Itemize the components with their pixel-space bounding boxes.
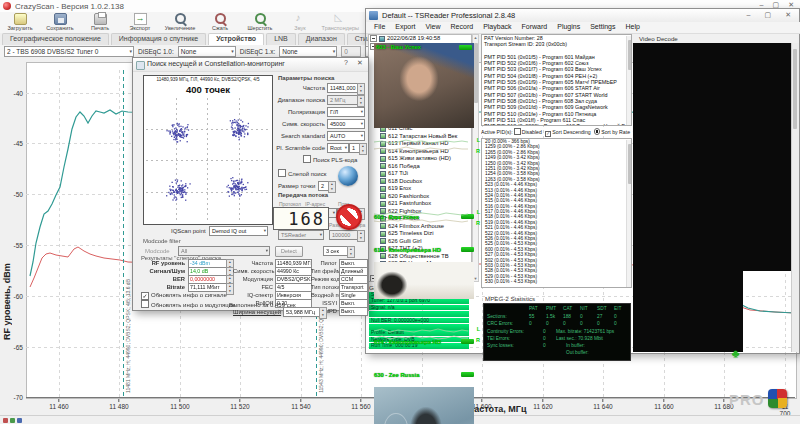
toolbar-button[interactable]: Увеличение: [160, 12, 200, 33]
video-thumbnail-3[interactable]: [374, 387, 474, 424]
detect-interval-field[interactable]: 3 сек: [323, 246, 349, 256]
tab-geographic-position[interactable]: Географическое положение: [2, 33, 109, 45]
general-info-row: Signal: n/a: [369, 305, 469, 311]
x-tick: 11 500: [170, 399, 189, 410]
toolbar-button[interactable]: Печать: [80, 12, 120, 33]
tab-lnb[interactable]: LNB: [266, 33, 296, 45]
toolbar-button[interactable]: Шерстить: [240, 12, 280, 33]
tree-item[interactable]: 2022/06/28 19:40:58: [369, 35, 471, 43]
toolbar-button[interactable]: Экспорт: [120, 12, 160, 33]
menu-item[interactable]: File: [369, 22, 390, 33]
buffer-size-field[interactable]: 100000: [329, 230, 359, 240]
tree-item[interactable]: 616 Победа: [369, 163, 471, 171]
tree-item[interactable]: 621 Fastnfunbox: [369, 200, 471, 208]
close-button[interactable]: ✕: [354, 59, 366, 67]
detect-interval-stepper[interactable]: [347, 246, 355, 258]
service-icon: [380, 253, 386, 259]
tab-range[interactable]: Диапазон: [298, 33, 345, 45]
pid-scrollbar[interactable]: [626, 140, 632, 288]
help-button[interactable]: ?: [340, 59, 352, 66]
pat-info-row[interactable]: PMT PID 512 (0x0200) - Program 612 Татар…: [482, 123, 631, 126]
scramble-code-stepper[interactable]: [359, 143, 367, 155]
menu-item[interactable]: Help: [621, 22, 645, 33]
toolbar-button[interactable]: Транспондеры: [320, 12, 360, 33]
update-signal-info-checkbox[interactable]: Обновлять инфо о сигнале: [141, 292, 227, 300]
pid-sort-option[interactable]: Sort Descending: [545, 129, 591, 135]
frequency-field[interactable]: 11481,000 МГц: [327, 83, 359, 93]
carrier-width-field[interactable]: 53,988 МГц: [283, 307, 321, 317]
detect-button[interactable]: Detect: [275, 246, 303, 257]
pat-scrollbar[interactable]: [626, 36, 632, 126]
diseqc1x-select[interactable]: None: [279, 46, 337, 57]
lcd-counter: 168: [273, 207, 329, 230]
tuner-select[interactable]: 2 - TBS 6908 DVBS/S2 Tuner 0: [4, 46, 134, 57]
tsreader-titlebar[interactable]: Default -- TSReader Professional 2.8.48 …: [366, 9, 799, 22]
menu-item[interactable]: Plugins: [552, 22, 585, 33]
stop-button[interactable]: [336, 204, 362, 230]
maximize-button[interactable]: ▢: [765, 11, 772, 19]
transponder-marker[interactable]: 11481 MHz; H; 44990; DVBS2; QPSK; 4/5; 1…: [123, 70, 124, 397]
iqscan-point-select[interactable]: Demod IQ out: [209, 226, 268, 236]
tree-item[interactable]: 620 Fashionbox: [369, 193, 471, 201]
pid-sort-option[interactable]: Disabled: [514, 129, 542, 135]
tbs-pinwheel-logo-icon: [768, 389, 787, 408]
buffer-size-stepper[interactable]: [357, 230, 365, 242]
tab-device[interactable]: Устройство: [208, 33, 264, 45]
consumer-select[interactable]: TSReader: [278, 230, 324, 240]
dialog-titlebar[interactable]: Поиск несущей и Constellation-мониторинг…: [133, 58, 368, 72]
menu-item[interactable]: View: [421, 22, 446, 33]
video-thumbnail-2[interactable]: [374, 262, 474, 299]
option-box[interactable]: [594, 128, 601, 135]
toolbar-button[interactable]: Звук: [280, 12, 320, 33]
pls-search-checkbox[interactable]: Поиск PLS-кода: [303, 155, 357, 163]
video-thumbnail-1[interactable]: 603 - Ваш Успех: [374, 43, 474, 128]
tree-item[interactable]: 619 Erox: [369, 185, 471, 193]
position-stepper[interactable]: 0: [341, 46, 361, 57]
menu-item[interactable]: Record: [446, 22, 479, 33]
scramble-mode-select[interactable]: Root: [327, 143, 349, 153]
polarization-select[interactable]: Г/Л: [327, 107, 365, 117]
close-button[interactable]: ✕: [785, 11, 791, 19]
search-standard-select[interactable]: AUTO: [327, 131, 365, 141]
menu-item[interactable]: Settings: [585, 22, 620, 33]
dialog-icon: [136, 61, 145, 70]
update-modulation-info-checkbox[interactable]: Обновлять инфо о модуляции: [141, 300, 235, 308]
stat-value: 0: [614, 321, 631, 326]
toolbar-button[interactable]: Сжать: [200, 12, 240, 33]
dot-size-stepper[interactable]: [328, 181, 336, 193]
expand-icon[interactable]: [370, 35, 377, 42]
option-box[interactable]: [545, 131, 552, 138]
symbol-rate-combo[interactable]: 45000: [327, 119, 365, 129]
diseqc10-select[interactable]: None: [178, 46, 236, 57]
search-range-stepper[interactable]: [357, 95, 365, 107]
tab-satellite-info[interactable]: Информация о спутнике: [111, 33, 206, 45]
search-range-field[interactable]: 2 МГц: [327, 95, 359, 105]
option-box[interactable]: [514, 128, 521, 135]
globe-icon[interactable]: [338, 166, 358, 186]
frequency-stepper[interactable]: [357, 83, 365, 95]
toolbar-button[interactable]: Сохранить: [40, 12, 80, 33]
carrier-width-stepper[interactable]: [319, 307, 327, 319]
minimize-button[interactable]: –: [747, 11, 751, 19]
tree-item[interactable]: 618 Docubox: [369, 178, 471, 186]
x-tick: 11 660: [654, 399, 673, 410]
menu-item[interactable]: Forward: [517, 22, 553, 33]
toolbar-button[interactable]: Загрузить: [0, 12, 40, 33]
service-icon: [380, 178, 386, 184]
video-pane-scrollbar[interactable]: [791, 43, 799, 352]
menu-item[interactable]: Playback: [478, 22, 516, 33]
blind-search-checkbox[interactable]: Слепой поиск: [278, 169, 326, 177]
tree-item[interactable]: 617 TiJi: [369, 170, 471, 178]
tree-item[interactable]: 625 Timeless Dizi: [369, 230, 471, 238]
mpeg-statistics-panel: PATPMTCATNITSDTEIT Sections:551.5k188027…: [483, 303, 631, 361]
active-pid-list: 20 (0.00% - 366 bps)1259 (0.00% - 2.86 K…: [481, 138, 632, 288]
pid-sort-option[interactable]: Sort by Rate: [594, 129, 630, 135]
tree-item[interactable]: 626 Gulli Girl: [369, 238, 471, 246]
carrier-width-link[interactable]: Ширина несущей: [233, 309, 281, 315]
menu-item[interactable]: Export: [390, 22, 420, 33]
stat-column-header: SDT: [597, 306, 614, 311]
tree-item[interactable]: 615 Живи активно (HD): [369, 155, 471, 163]
mpeg-statistics-header: MPEG-2 Statistics: [485, 295, 535, 302]
pid-row[interactable]: 530 (0.01% - 4.53 Kbps): [482, 279, 631, 284]
video-decode-panel-lower: [633, 271, 743, 352]
